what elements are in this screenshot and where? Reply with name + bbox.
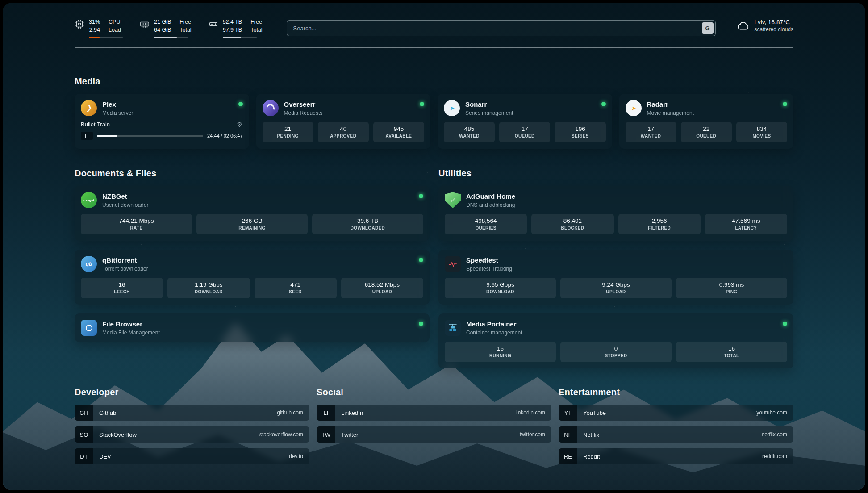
app-card-portainer[interactable]: Media Portainer Container management 16 … — [438, 313, 793, 368]
plex-icon-glyph: ❯ — [86, 104, 92, 112]
now-playing-row: Bullet Train ⚙ — [81, 121, 243, 128]
bookmark-linkedin[interactable]: LI LinkedIn linkedin.com — [317, 405, 551, 421]
speedtest-stats: 9.65 Gbps DOWNLOAD 9.24 Gbps UPLOAD 0.99… — [445, 278, 787, 298]
ram-icon — [140, 19, 150, 38]
stat-label: REMAINING — [198, 226, 306, 230]
stat-ping: 0.993 ms PING — [676, 278, 787, 298]
app-name: NZBGet — [102, 192, 148, 201]
stat-upload: 9.24 Gbps UPLOAD — [560, 278, 672, 298]
stat-value: 485 — [446, 125, 493, 132]
gear-icon[interactable]: ⚙ — [237, 121, 242, 128]
bookmark-stackoverflow[interactable]: SO StackOverflow stackoverflow.com — [75, 426, 309, 443]
playback-time: 24:44 / 02:06:47 — [207, 133, 243, 138]
bookmark-netflix[interactable]: NF Netflix netflix.com — [559, 426, 793, 443]
overseerr-icon-arc — [265, 103, 276, 114]
app-card-overseerr[interactable]: Overseerr Media Requests 21 PENDING 40 A… — [256, 94, 431, 149]
portainer-card-head: Media Portainer Container management — [445, 320, 787, 336]
disk-metric-values: 52.4 TB 97.9 TB Free Total — [223, 18, 263, 34]
stat-label: DOWNLOAD — [169, 289, 248, 294]
bookmark-name: StackOverflow — [93, 431, 137, 438]
filebrowser-icon — [81, 320, 97, 336]
bookmark-dev[interactable]: DT DEV dev.to — [75, 448, 309, 464]
stat-running: 16 RUNNING — [445, 342, 556, 362]
nzbget-stats: 744.21 Mbps RATE 266 GB REMAINING 39.6 T… — [81, 214, 423, 234]
bookmark-youtube[interactable]: YT YouTube youtube.com — [559, 405, 793, 421]
app-card-nzbget[interactable]: nzbget NZBGet Usenet downloader 744.21 M… — [75, 186, 430, 241]
section-title-entertainment: Entertainment — [559, 387, 793, 397]
dashboard-frame: 31% 2.94 CPU Load — [3, 3, 865, 490]
cpu-metric: 31% 2.94 CPU Load — [75, 18, 123, 38]
qbittorrent-icon: qb — [81, 256, 97, 272]
status-online-dot — [783, 322, 787, 326]
app-name: Overseerr — [284, 100, 323, 109]
ram-usage-bar-fill — [154, 37, 177, 38]
bookmark-twitter[interactable]: TW Twitter twitter.com — [317, 426, 551, 443]
weather-widget[interactable]: Lviv, 16.87°C scattered clouds — [736, 19, 793, 33]
search-bar: G — [287, 20, 716, 36]
cpu-metric-body: 31% 2.94 CPU Load — [89, 18, 123, 38]
status-online-dot — [238, 102, 243, 106]
bookmark-name: Netflix — [577, 431, 599, 438]
stat-filtered: 2,956 FILTERED — [618, 214, 701, 234]
cpu-icon — [75, 19, 84, 38]
app-card-plex[interactable]: ❯ Plex Media server Bullet Train ⚙ — [75, 94, 249, 149]
cloud-icon — [736, 19, 750, 33]
app-description: Media Requests — [284, 110, 323, 116]
status-online-dot — [601, 102, 606, 106]
filebrowser-card-head: File Browser Media File Management — [81, 320, 423, 336]
speedtest-icon — [445, 256, 461, 272]
stat-value: 266 GB — [198, 217, 306, 224]
stat-value: 47.569 ms — [707, 217, 785, 224]
disk-metric-body: 52.4 TB 97.9 TB Free Total — [223, 18, 263, 38]
bookmark-url: dev.to — [289, 453, 309, 460]
adguard-shield-icon: ✓ — [445, 192, 461, 208]
nzbget-icon: nzbget — [81, 192, 97, 208]
stat-value: 17 — [501, 125, 548, 132]
app-card-adguard[interactable]: ✓ AdGuard Home DNS and adblocking 498,56… — [438, 186, 793, 241]
stat-value: 39.6 TB — [314, 217, 421, 224]
weather-condition: scattered clouds — [755, 26, 793, 33]
stat-label: STOPPED — [562, 353, 670, 358]
section-title-documents: Documents & Files — [75, 168, 430, 179]
app-card-filebrowser[interactable]: File Browser Media File Management — [75, 313, 430, 342]
ram-free-value: 21 GiB — [154, 18, 171, 26]
playback-progress-bar[interactable] — [97, 135, 203, 137]
app-card-qbittorrent[interactable]: qb qBittorrent Torrent downloader 16 LEE… — [75, 250, 430, 305]
stat-label: QUEUED — [683, 134, 730, 138]
disk-usage-bar-fill — [223, 37, 241, 38]
app-name: Radarr — [647, 100, 694, 109]
bookmark-github[interactable]: GH Github github.com — [75, 405, 309, 421]
adguard-check-glyph: ✓ — [450, 196, 456, 204]
app-card-sonarr[interactable]: ➤ Sonarr Series management 485 WANTED — [438, 94, 612, 149]
cpu-usage-bar — [89, 37, 123, 38]
status-online-dot — [419, 258, 423, 262]
search-input[interactable] — [287, 20, 716, 36]
bookmark-name: Twitter — [335, 431, 358, 438]
stat-blocked: 86,401 BLOCKED — [531, 214, 613, 234]
stat-label: RUNNING — [447, 353, 554, 358]
bookmark-url: stackoverflow.com — [259, 431, 309, 438]
stat-label: WANTED — [446, 134, 493, 138]
section-title-media: Media — [75, 76, 793, 87]
bookmark-abbr: GH — [75, 405, 93, 421]
app-name: Plex — [102, 100, 133, 109]
pause-button[interactable] — [81, 132, 93, 140]
stat-label: FILTERED — [620, 226, 699, 230]
stat-value: 86,401 — [533, 217, 612, 224]
stat-value: 0 — [562, 345, 670, 352]
media-card-grid: ❯ Plex Media server Bullet Train ⚙ — [75, 94, 793, 149]
sonarr-icon: ➤ — [444, 100, 460, 116]
app-card-speedtest[interactable]: Speedtest Speedtest Tracking 9.65 Gbps D… — [438, 250, 793, 305]
stat-label: TOTAL — [678, 353, 785, 358]
stat-queued: 17 QUEUED — [499, 122, 550, 142]
ram-metric: 21 GiB 64 GiB Free Total — [140, 18, 192, 38]
section-entertainment: Entertainment YT YouTube youtube.com NF … — [559, 368, 793, 470]
stat-value: 40 — [320, 125, 367, 132]
filebrowser-icon-ring — [86, 325, 92, 331]
bookmark-reddit[interactable]: RE Reddit reddit.com — [559, 448, 793, 464]
stat-stopped: 0 STOPPED — [560, 342, 672, 362]
bookmark-abbr: DT — [75, 448, 93, 464]
search-engine-button[interactable]: G — [702, 22, 714, 34]
bookmark-name: LinkedIn — [335, 409, 363, 416]
app-card-radarr[interactable]: ➤ Radarr Movie management 17 WANTED — [619, 94, 794, 149]
